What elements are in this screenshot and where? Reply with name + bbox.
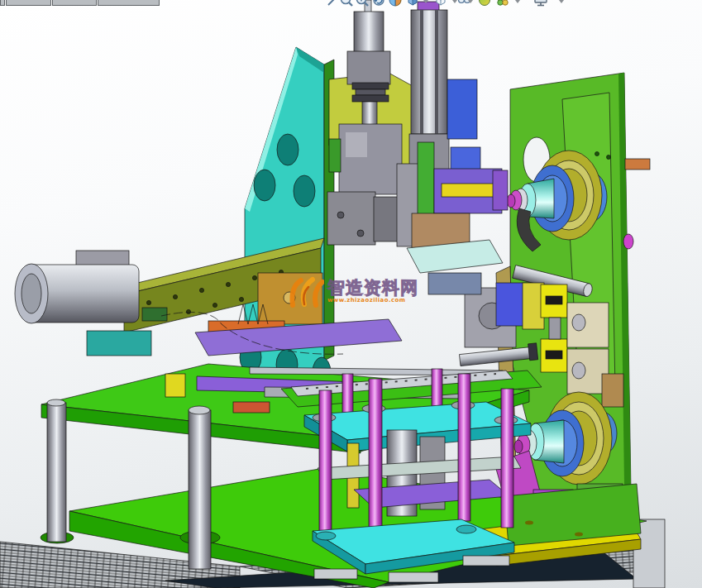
zoom-to-fit-icon[interactable] bbox=[339, 0, 354, 7]
mid-cluster[interactable] bbox=[397, 142, 508, 294]
view-settings-icon[interactable] bbox=[533, 0, 548, 7]
view-orientation-icon[interactable] bbox=[405, 0, 420, 7]
chevron-down-icon[interactable] bbox=[468, 0, 473, 3]
chevron-down-icon[interactable] bbox=[423, 0, 428, 3]
apply-scene-icon[interactable] bbox=[495, 0, 510, 7]
chevron-down-icon[interactable] bbox=[515, 0, 520, 3]
display-style-icon[interactable] bbox=[433, 0, 448, 7]
section-view-icon[interactable] bbox=[388, 0, 403, 7]
top-cylinder bbox=[354, 12, 384, 55]
edit-appearance-icon[interactable] bbox=[477, 0, 492, 7]
yellow-bar bbox=[442, 184, 496, 197]
previous-view-icon[interactable] bbox=[371, 0, 386, 7]
zoom-to-area-icon[interactable] bbox=[355, 0, 370, 7]
blue-slide-block bbox=[447, 79, 477, 139]
left-actuator-rail[interactable] bbox=[15, 238, 402, 356]
headsup-view-toolbar bbox=[0, 0, 702, 8]
chevron-down-icon[interactable] bbox=[559, 0, 564, 3]
teal-block bbox=[87, 331, 151, 356]
cad-viewport[interactable]: 智造资料网 www.zhizaoziliao.com bbox=[0, 0, 702, 588]
orange-tab bbox=[625, 159, 650, 170]
machine-assembly bbox=[0, 0, 702, 588]
